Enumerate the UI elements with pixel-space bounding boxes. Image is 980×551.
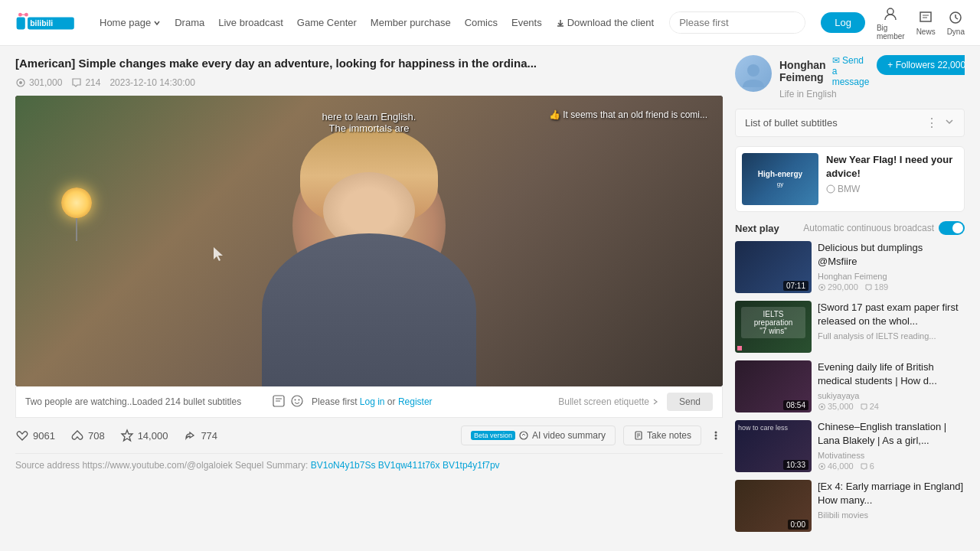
take-notes-button[interactable]: Take notes — [623, 425, 701, 445]
watching-info: Two people are watching..Loaded 214 bull… — [25, 396, 264, 407]
vc-thumbnail-3: 08:54 — [735, 360, 812, 412]
nav-events[interactable]: Events — [511, 17, 542, 28]
nav-drama[interactable]: Drama — [175, 17, 204, 28]
video-person — [239, 111, 499, 386]
bullet-chevron-icon[interactable] — [944, 116, 955, 129]
like-button[interactable]: 9061 — [15, 429, 55, 442]
video-subtitle: here to learn English. The immortals are — [322, 111, 416, 134]
source-link-3[interactable]: BV1tp4y1f7pv — [443, 460, 500, 471]
vc-comments-1: 189 — [864, 282, 888, 292]
channel-avatar[interactable] — [735, 55, 772, 92]
main-container: [American] Simple changes make every day… — [0, 46, 980, 551]
video-card-2[interactable]: IELTS preparation"7 wins" [Sword 17 past… — [735, 301, 965, 353]
views-meta: 301,000 — [15, 77, 62, 88]
send-button[interactable]: Send — [667, 393, 713, 411]
dyna-icon[interactable]: Dyna — [947, 9, 965, 36]
sidebar: Honghan Feimeng ✉ Send a message Life in… — [735, 55, 965, 542]
bullet-emoji-icon[interactable] — [290, 394, 304, 410]
channel-name[interactable]: Honghan Feimeng — [779, 59, 826, 83]
login-link[interactable]: Log in — [360, 396, 385, 407]
vc-channel-4: Motivatiness — [818, 451, 965, 460]
bullet-login-prompt: Please first Log in or Register — [312, 396, 432, 407]
vc-info-1: Delicious but dumplings @Msfiire Honghan… — [818, 241, 965, 293]
svg-point-19 — [292, 396, 302, 406]
ai-summary-button[interactable]: Beta version AI video summary — [461, 425, 616, 445]
source-bar: Source address https://www.youtube.com/@… — [15, 454, 723, 477]
source-link-1[interactable]: BV1oN4y1b7Ss — [311, 460, 376, 471]
video-card-1[interactable]: 07:11 Delicious but dumplings @Msfiire H… — [735, 241, 965, 293]
vc-channel-1: Honghan Feimeng — [818, 272, 965, 281]
svg-point-28 — [715, 432, 717, 434]
ad-card[interactable]: High-energy gy New Year Flag! I need you… — [735, 146, 965, 212]
video-card-5[interactable]: 0:00 [Ex 4: Early marriage in England] H… — [735, 480, 965, 532]
vc-comments-3: 24 — [860, 402, 879, 411]
search-input[interactable] — [670, 12, 805, 33]
ad-brand: BMW — [826, 184, 958, 194]
source-link-2[interactable]: BV1qw411t76x — [378, 460, 440, 471]
svg-point-21 — [299, 399, 300, 400]
vc-title-2: [Sword 17 past exam paper first released… — [818, 301, 965, 328]
logo[interactable]: bilibili — [15, 12, 77, 34]
auto-play-label: Automatic continuous broadcast — [803, 223, 934, 233]
share-button[interactable]: 774 — [183, 429, 217, 442]
ad-info: New Year Flag! I need your advice! BMW — [826, 153, 958, 205]
follow-button[interactable]: + Followers 22,000 — [877, 55, 965, 75]
bullet-input-area: Please first Log in or Register — [312, 396, 550, 407]
vc-info-2: [Sword 17 past exam paper first released… — [818, 301, 965, 353]
action-bar: 9061 708 14,000 774 Beta version AI vide… — [15, 418, 723, 454]
svg-line-13 — [956, 18, 958, 19]
svg-rect-0 — [17, 17, 25, 29]
bullet-dots-icon[interactable]: ⋮ — [926, 116, 938, 130]
channel-info: Honghan Feimeng ✉ Send a message Life in… — [735, 55, 965, 99]
bullet-subtitle-header[interactable]: List of bullet subtitles ⋮ — [735, 109, 965, 137]
nav-live[interactable]: Live broadcast — [218, 17, 283, 28]
star-button[interactable]: 14,000 — [120, 429, 168, 442]
video-card-4[interactable]: how to care less 10:33 Chinese–English t… — [735, 420, 965, 472]
nav-game[interactable]: Game Center — [297, 17, 357, 28]
bullet-subtitle-label: List of bullet subtitles — [745, 117, 926, 129]
dislike-button[interactable]: 708 — [70, 429, 105, 442]
send-message-link[interactable]: ✉ Send a message — [832, 55, 870, 87]
channel-details: Honghan Feimeng ✉ Send a message Life in… — [779, 55, 869, 99]
bullet-settings-icon[interactable] — [272, 394, 286, 410]
vc-thumbnail-1: 07:11 — [735, 241, 812, 293]
next-play-header: Next play Automatic continuous broadcast — [735, 221, 965, 235]
svg-point-34 — [821, 286, 823, 289]
register-link[interactable]: Register — [398, 396, 433, 407]
nav-member[interactable]: Member purchase — [371, 17, 451, 28]
bullet-etiquette[interactable]: Bullet screen etiquette — [558, 396, 659, 407]
more-button[interactable] — [709, 429, 723, 442]
action-right: Beta version AI video summary Take notes — [461, 425, 723, 445]
vc-thumbnail-4: how to care less 10:33 — [735, 420, 812, 472]
bullet-comment: 👍 It seems that an old friend is comi... — [549, 109, 707, 120]
nav-home[interactable]: Home page — [100, 17, 161, 28]
video-card-3[interactable]: 08:54 Evening daily life of British medi… — [735, 360, 965, 412]
light-fixture — [61, 187, 92, 241]
nav: Home page Drama Live broadcast Game Cent… — [100, 17, 654, 28]
vc-thumbnail-2: IELTS preparation"7 wins" — [735, 301, 812, 353]
vc-views-4: 46,000 — [818, 461, 854, 471]
toggle-knob — [952, 223, 963, 233]
nav-download[interactable]: Download the client — [556, 17, 654, 28]
nav-comics[interactable]: Comics — [465, 17, 498, 28]
video-player[interactable]: here to learn English. The immortals are… — [15, 96, 723, 386]
header-actions: Log Big member News Dyna — [821, 5, 965, 41]
big-member-icon[interactable]: Big member — [877, 5, 905, 41]
ielts-label: IELTS preparation"7 wins" — [741, 307, 805, 338]
svg-point-23 — [520, 432, 528, 439]
date-meta: 2023-12-10 14:30:00 — [109, 77, 194, 88]
login-button[interactable]: Log — [821, 12, 865, 33]
video-meta: 301,000 214 2023-12-10 14:30:00 — [15, 77, 723, 88]
next-play-label: Next play — [735, 223, 779, 234]
beta-badge: Beta version — [471, 431, 515, 440]
auto-play-toggle[interactable] — [939, 221, 965, 235]
svg-point-20 — [295, 399, 296, 400]
svg-point-32 — [827, 185, 835, 193]
svg-point-38 — [821, 465, 823, 468]
vc-views-3: 35,000 — [818, 402, 854, 411]
svg-marker-22 — [122, 430, 132, 441]
news-icon[interactable]: News — [916, 9, 936, 36]
video-section: [American] Simple changes make every day… — [15, 55, 723, 542]
vc-title-1: Delicious but dumplings @Msfiire — [818, 241, 965, 269]
vc-title-5: [Ex 4: Early marriage in England] How ma… — [818, 480, 965, 507]
